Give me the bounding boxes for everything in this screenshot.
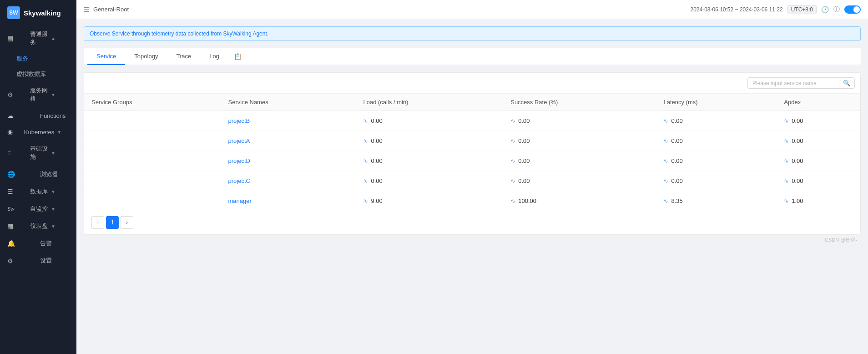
time-range: 2024-03-06 10:52 ~ 2024-03-06 11:22 [690, 6, 782, 13]
main-panel: ☰ General-Root 2024-03-06 10:52 ~ 2024-0… [76, 0, 868, 354]
tab-trace[interactable]: Trace [167, 48, 200, 65]
self-monitor-icon: Sw [7, 206, 25, 212]
cell-service-name[interactable]: projectB [221, 111, 356, 131]
sidebar-group-service-mesh-header[interactable]: ⚙ 服务网格 ▼ [0, 82, 76, 107]
utc-badge: UTC+8:0 [787, 5, 817, 14]
cell-service-name[interactable]: projectD [221, 151, 356, 171]
logo-icon: SW [7, 6, 20, 19]
sidebar-item-virtual-db[interactable]: 虚拟数据库 [0, 66, 76, 82]
search-button[interactable]: 🔍 [839, 78, 854, 88]
cell-load: ∿0.00 [356, 111, 503, 131]
cell-group [84, 131, 221, 151]
cell-latency: ∿0.00 [656, 151, 777, 171]
sidebar-item-alert[interactable]: 🔔 告警 [0, 235, 76, 252]
sidebar-item-functions[interactable]: ☁ Functions [0, 107, 76, 124]
pagination-next[interactable]: › [121, 216, 133, 229]
search-input[interactable] [748, 78, 839, 88]
sidebar-group-database-header[interactable]: ☰ 数据库 ▼ [0, 183, 76, 200]
infrastructure-icon: ≡ [7, 149, 25, 157]
content-area: Observe Service through telemetry data c… [76, 19, 868, 354]
alert-label: 告警 [40, 239, 69, 248]
copy-icon[interactable]: 📋 [228, 49, 247, 64]
tab-topology[interactable]: Topology [125, 48, 167, 65]
sidebar-group-infrastructure-header[interactable]: ≡ 基础设施 ▼ [0, 140, 76, 166]
cell-apdex: ∿0.00 [777, 151, 860, 171]
sparkline-icon: ∿ [510, 117, 515, 124]
tab-service[interactable]: Service [87, 48, 125, 65]
general-service-icon: ▤ [7, 35, 25, 42]
pagination-prev[interactable]: ‹ [91, 216, 104, 229]
menu-toggle-icon[interactable]: ☰ [84, 6, 90, 13]
cell-load: ∿0.00 [356, 131, 503, 151]
sidebar-group-dashboard: ▦ 仪表盘 ▼ [0, 217, 76, 235]
sparkline-icon: ∿ [363, 197, 368, 204]
service-mesh-chevron: ▼ [51, 92, 69, 97]
table-row: projectC∿0.00∿0.00∿0.00∿0.00 [84, 171, 860, 191]
sidebar-group-general-service-header[interactable]: ▤ 普通服务 ▲ [0, 25, 76, 51]
cell-load: ∿9.00 [356, 191, 503, 211]
sidebar-item-browser[interactable]: 🌐 浏览器 [0, 166, 76, 183]
table-row: manager∿9.00∿100.00∿8.35∿1.00 [84, 191, 860, 211]
col-apdex: Apdex [777, 94, 860, 111]
settings-icon: ⚙ [7, 257, 36, 264]
sidebar-group-self-monitor: Sw 自监控 ▼ [0, 200, 76, 217]
info-banner: Observe Service through telemetry data c… [84, 26, 861, 41]
kubernetes-chevron: ▼ [57, 130, 69, 135]
tab-log[interactable]: Log [200, 48, 228, 65]
cell-apdex: ∿0.00 [777, 111, 860, 131]
auto-refresh-toggle[interactable] [844, 5, 861, 14]
database-icon: ☰ [7, 188, 25, 195]
sidebar-group-self-monitor-header[interactable]: Sw 自监控 ▼ [0, 200, 76, 217]
kubernetes-icon: ◉ [7, 128, 20, 136]
sparkline-icon: ∿ [784, 117, 789, 124]
cell-success-rate: ∿100.00 [503, 191, 656, 211]
clock-icon: 🕐 [821, 6, 829, 13]
sidebar-group-kubernetes-header[interactable]: ◉ Kubernetes ▼ [0, 124, 76, 140]
sparkline-icon: ∿ [663, 177, 668, 184]
topbar-right: 2024-03-06 10:52 ~ 2024-03-06 11:22 UTC+… [690, 5, 861, 14]
sparkline-icon: ∿ [510, 197, 515, 204]
sidebar-logo: SW Skywalking [0, 0, 76, 25]
cell-latency: ∿0.00 [656, 131, 777, 151]
sparkline-icon: ∿ [784, 197, 789, 204]
sidebar-group-database: ☰ 数据库 ▼ [0, 183, 76, 200]
sparkline-icon: ∿ [363, 137, 368, 144]
infrastructure-label: 基础设施 [30, 145, 48, 161]
topbar-left: ☰ General-Root [84, 6, 129, 13]
sparkline-icon: ∿ [784, 157, 789, 164]
breadcrumb: General-Root [93, 6, 129, 13]
sidebar-group-kubernetes: ◉ Kubernetes ▼ [0, 124, 76, 140]
col-latency: Latency (ms) [656, 94, 777, 111]
alert-icon: 🔔 [7, 240, 36, 247]
cell-latency: ∿8.35 [656, 191, 777, 211]
cell-load: ∿0.00 [356, 171, 503, 191]
sparkline-icon: ∿ [784, 137, 789, 144]
sparkline-icon: ∿ [510, 137, 515, 144]
sidebar-item-settings[interactable]: ⚙ 设置 [0, 252, 76, 269]
table-row: projectD∿0.00∿0.00∿0.00∿0.00 [84, 151, 860, 171]
sidebar: SW Skywalking ▤ 普通服务 ▲ 服务 虚拟数据库 ⚙ 服务网格 ▼… [0, 0, 76, 354]
sparkline-icon: ∿ [363, 157, 368, 164]
sparkline-icon: ∿ [363, 117, 368, 124]
sparkline-icon: ∿ [663, 117, 668, 124]
cell-latency: ∿0.00 [656, 111, 777, 131]
service-table-container: 🔍 Service Groups Service Names Load (cal… [84, 72, 861, 235]
cell-group [84, 191, 221, 211]
col-service-names: Service Names [221, 94, 356, 111]
sidebar-group-service-mesh: ⚙ 服务网格 ▼ [0, 82, 76, 107]
cell-service-name[interactable]: projectA [221, 131, 356, 151]
browser-label: 浏览器 [40, 170, 69, 178]
kubernetes-label: Kubernetes [24, 129, 55, 136]
database-chevron: ▼ [51, 189, 69, 194]
general-service-label: 普通服务 [30, 30, 48, 46]
sparkline-icon: ∿ [663, 197, 668, 204]
sidebar-group-dashboard-header[interactable]: ▦ 仪表盘 ▼ [0, 217, 76, 235]
sidebar-item-service[interactable]: 服务 [0, 51, 76, 66]
cell-apdex: ∿0.00 [777, 131, 860, 151]
pagination-page-1[interactable]: 1 [106, 216, 119, 229]
sidebar-group-general-service: ▤ 普通服务 ▲ 服务 虚拟数据库 [0, 25, 76, 82]
service-mesh-icon: ⚙ [7, 91, 25, 98]
pagination: ‹ 1 › [84, 211, 860, 234]
cell-service-name[interactable]: manager [221, 191, 356, 211]
cell-service-name[interactable]: projectC [221, 171, 356, 191]
